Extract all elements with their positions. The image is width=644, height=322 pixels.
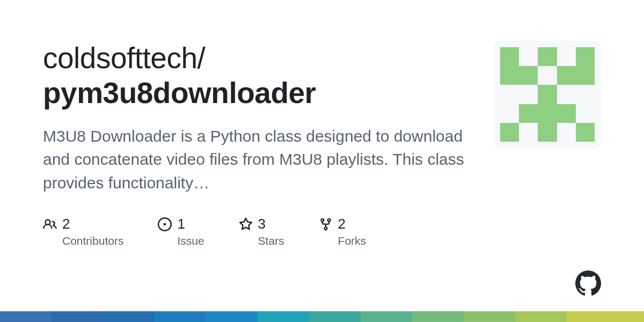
svg-rect-5 [519,66,538,85]
issues-label: Issue [177,235,204,247]
svg-rect-6 [557,66,576,85]
forks-label: Forks [338,235,367,247]
language-color-bar [0,311,644,322]
repo-name[interactable]: pym3u8downloader [43,76,316,109]
stat-contributors[interactable]: 2 Contributors [43,216,123,247]
svg-rect-7 [576,66,595,85]
svg-rect-11 [557,104,576,123]
repo-stats: 2 Contributors 1 Issue 3 Stars 2 Forks [43,216,601,247]
svg-rect-3 [576,47,595,66]
svg-rect-12 [500,123,519,142]
svg-rect-13 [538,123,557,142]
svg-rect-2 [538,47,557,66]
repo-title: coldsofttech/ pym3u8downloader [43,41,472,111]
title-block: coldsofttech/ pym3u8downloader M3U8 Down… [43,41,472,194]
fork-icon [319,217,333,231]
repo-avatar[interactable] [494,41,601,148]
stat-issues[interactable]: 1 Issue [158,216,204,247]
repo-description: M3U8 Downloader is a Python class design… [43,125,472,195]
contributors-count: 2 [62,216,70,232]
stars-count: 3 [258,216,266,232]
repo-social-card: coldsofttech/ pym3u8downloader M3U8 Down… [0,0,644,322]
svg-rect-14 [576,123,595,142]
header-row: coldsofttech/ pym3u8downloader M3U8 Down… [43,41,601,194]
people-icon [43,217,57,231]
github-logo[interactable] [575,270,601,296]
svg-rect-4 [500,66,519,85]
stars-label: Stars [258,235,284,247]
github-mark-icon [575,270,601,296]
contributors-label: Contributors [62,235,123,247]
identicon-icon [500,47,595,142]
svg-rect-9 [519,104,538,123]
repo-slash: / [197,41,206,75]
stat-stars[interactable]: 3 Stars [239,216,284,247]
repo-owner[interactable]: coldsofttech [43,41,197,75]
star-icon [239,217,253,231]
forks-count: 2 [338,216,346,232]
svg-rect-10 [538,104,557,123]
svg-rect-8 [538,85,557,104]
stat-forks[interactable]: 2 Forks [319,216,367,247]
svg-rect-1 [500,47,519,66]
issues-count: 1 [177,216,185,232]
issue-icon [158,217,172,231]
